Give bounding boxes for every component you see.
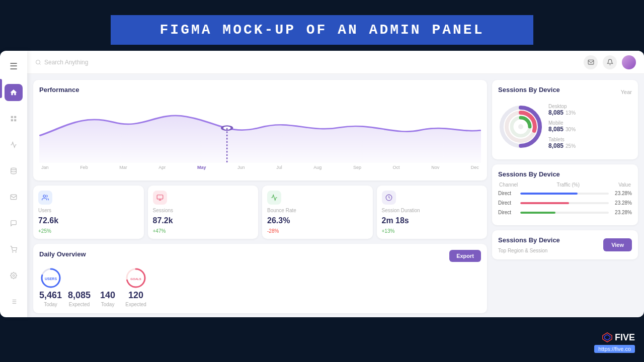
donut-legend: Desktop 8,085 13% Mobile 8,085 (548, 104, 576, 149)
left-column: Performance (33, 80, 487, 311)
year-filter[interactable]: Year (621, 89, 632, 95)
daily-overview-header: Daily Overview Export (39, 250, 481, 262)
view-button[interactable]: View (603, 238, 632, 251)
sidebar-item-grid[interactable] (5, 110, 23, 127)
sessions-value: 87.2k (153, 216, 254, 225)
right-column: Sessions By Device Year (492, 80, 638, 311)
topbar-icons (584, 55, 636, 69)
legend-desktop-pct: 13% (566, 110, 576, 116)
watermark: FIVE https://five.co (594, 332, 635, 353)
sessions-donut-title: Sessions By Device (498, 86, 560, 94)
sidebar-item-list[interactable] (5, 293, 23, 310)
month-apr: Apr (158, 165, 166, 170)
channel-3: Direct (498, 210, 516, 215)
sidebar-item-database[interactable] (5, 162, 23, 179)
watermark-logo: FIVE (602, 332, 635, 343)
svg-point-7 (16, 252, 16, 252)
month-aug: Aug (313, 165, 321, 170)
expected-value: 8,085 (68, 290, 91, 301)
sidebar-item-settings[interactable] (5, 267, 23, 284)
sidebar-item-cart[interactable] (5, 241, 23, 258)
month-nov: Nov (431, 165, 439, 170)
bounce-stat-icon (267, 191, 281, 205)
svg-point-6 (13, 252, 13, 252)
watermark-text: FIVE (615, 332, 635, 343)
mail-icon-btn[interactable] (584, 55, 598, 69)
performance-card: Performance (33, 80, 487, 180)
stat-duration: Session Duration 2m 18s +13% (377, 186, 488, 239)
main-wrap: ☰ (0, 45, 644, 362)
stat-users: Users 72.6k +25% (33, 186, 144, 239)
notification-icon-btn[interactable] (603, 55, 617, 69)
sidebar-item-home[interactable] (5, 84, 23, 101)
users-label: Users (38, 208, 139, 213)
search-placeholder: Search Anything (44, 59, 88, 66)
svg-rect-17 (588, 60, 594, 64)
sidebar-item-mail[interactable] (5, 189, 23, 206)
donut-card-header: Sessions By Device Year (498, 86, 632, 98)
donut-section: Desktop 8,085 13% Mobile 8,085 (498, 100, 632, 153)
sidebar-active-indicator (0, 79, 2, 98)
duration-change: +13% (382, 228, 482, 234)
stats-row: Users 72.6k +25% Sessions 87.2k +47% (33, 186, 487, 239)
col-traffic: Traffic (%) (556, 182, 580, 188)
svg-point-4 (11, 168, 17, 170)
svg-point-20 (43, 195, 46, 198)
sessions-bottom-title: Sessions By Device (498, 236, 560, 244)
device-row-2: Direct 23.28% (498, 200, 632, 206)
user-avatar[interactable] (622, 55, 636, 69)
goals-gauge: GOALS (125, 267, 147, 289)
topbar: Search Anything (27, 51, 644, 74)
sidebar-item-chat[interactable] (5, 215, 23, 232)
today2-value: 140 (100, 290, 115, 301)
bar-wrap-1 (520, 193, 609, 195)
daily-metrics: USERS 5,461 Today 8,085 Expected (39, 267, 481, 307)
watermark-url[interactable]: https://five.co (594, 345, 635, 353)
svg-point-15 (36, 60, 40, 64)
search-bar[interactable]: Search Anything (35, 59, 579, 66)
svg-point-8 (13, 275, 15, 277)
legend-tablets-value: 8,085 (548, 142, 564, 149)
svg-rect-3 (14, 119, 16, 121)
banner: FIGMA MOCK-UP OF AN ADMIN PANEL (111, 15, 533, 45)
sidebar-menu-icon[interactable]: ☰ (5, 58, 23, 75)
sessions-bottom-info: Sessions By Device Top Region & Session (498, 236, 560, 253)
col-channel: Channel (499, 182, 518, 188)
export-button[interactable]: Export (449, 250, 481, 262)
sessions-table-title: Sessions By Device (498, 170, 632, 178)
duration-stat-icon (382, 191, 396, 205)
legend-desktop-value: 8,085 (548, 109, 564, 116)
svg-marker-39 (604, 335, 610, 340)
value-2: 23.28% (613, 200, 632, 206)
legend-tablets-pct: 25% (566, 143, 576, 149)
legend-mobile-label: Mobile (548, 120, 576, 126)
month-mar: Mar (119, 165, 127, 170)
svg-rect-0 (11, 116, 13, 118)
svg-rect-5 (11, 195, 17, 199)
users-change: +25% (38, 228, 139, 234)
svg-text:GOALS: GOALS (130, 278, 141, 281)
banner-text: FIGMA MOCK-UP OF AN ADMIN PANEL (160, 22, 485, 38)
sessions-bottom-card: Sessions By Device Top Region & Session … (492, 230, 638, 259)
duration-value: 2m 18s (382, 216, 482, 225)
device-table-header: Channel Traffic (%) Value (498, 182, 632, 188)
month-dec: Dec (471, 165, 479, 170)
duration-label: Session Duration (382, 208, 482, 213)
device-table: Channel Traffic (%) Value Direct 23.28% (498, 182, 632, 215)
users-value: 72.6k (38, 216, 139, 225)
bar-3 (520, 212, 555, 214)
legend-desktop-label: Desktop (548, 104, 576, 109)
month-jan: Jan (41, 165, 49, 170)
bar-wrap-2 (520, 202, 609, 204)
device-row-1: Direct 23.28% (498, 191, 632, 196)
svg-rect-2 (11, 119, 13, 121)
sidebar-item-activity[interactable] (5, 136, 23, 153)
content-area: Search Anything Performance (27, 51, 644, 317)
sessions-table-card: Sessions By Device Channel Traffic (%) V… (492, 164, 638, 225)
month-may: May (197, 165, 206, 170)
month-sep: Sep (353, 165, 361, 170)
col-value: Value (618, 182, 631, 188)
search-icon (35, 59, 41, 65)
performance-chart (39, 98, 481, 163)
legend-mobile-pct: 30% (566, 127, 576, 132)
